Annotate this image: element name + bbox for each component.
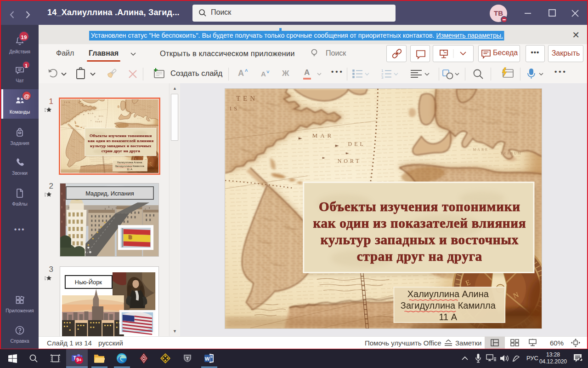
svg-text:Нью-Йорк: Нью-Йорк — [75, 279, 102, 286]
svg-text:3: 3 — [381, 75, 384, 80]
svg-text:Мадрид, Испания: Мадрид, Испания — [85, 190, 134, 197]
svg-text:W: W — [205, 356, 210, 362]
